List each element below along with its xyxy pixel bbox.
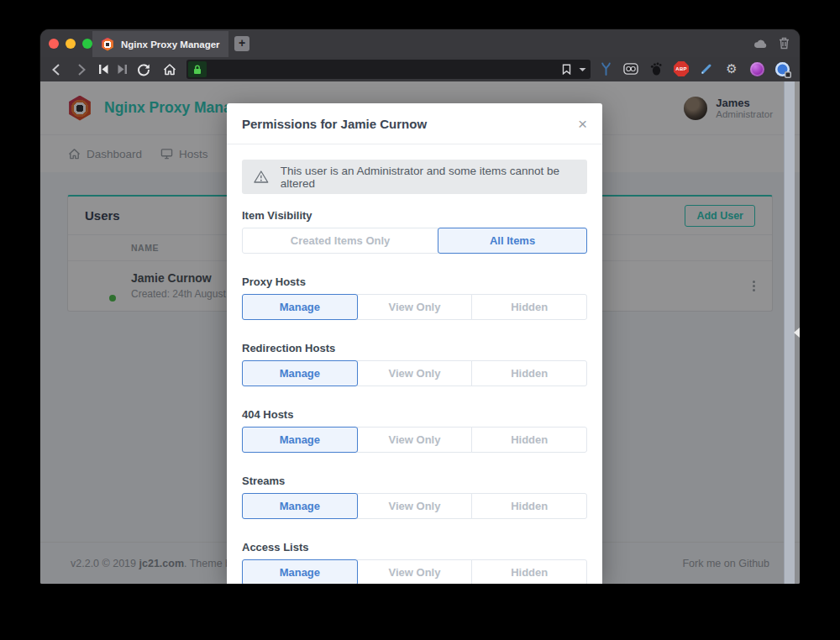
page-viewport: Nginx Proxy Manager James Administrator … [40, 81, 800, 584]
home-icon[interactable] [162, 62, 176, 76]
browser-tab-bar: Nginx Proxy Manager + [40, 29, 800, 57]
404-hosts-label: 404 Hosts [242, 407, 587, 422]
skip-forward-icon[interactable] [115, 62, 129, 76]
access-lists-manage-button[interactable]: Manage [242, 559, 358, 584]
reload-icon[interactable] [136, 62, 150, 76]
proxy-hosts-label: Proxy Hosts [242, 275, 587, 289]
admin-warning-text: This user is an Administrator and some i… [281, 165, 575, 190]
item-visibility-label: Item Visibility [242, 208, 587, 223]
containers-extension-icon[interactable] [623, 61, 638, 76]
password-manager-extension-icon[interactable] [774, 61, 790, 76]
streams-hidden-button[interactable]: Hidden [471, 493, 587, 519]
streams-label: Streams [242, 474, 587, 488]
browser-tab[interactable]: Nginx Proxy Manager [92, 31, 228, 57]
back-icon[interactable] [49, 62, 63, 76]
new-tab-button[interactable]: + [234, 36, 249, 51]
redirection-hosts-manage-button[interactable]: Manage [242, 360, 358, 386]
proxy-hosts-group: Proxy Hosts Manage View Only Hidden [242, 275, 587, 320]
redirection-hosts-group: Redirection Hosts Manage View Only Hidde… [242, 341, 587, 386]
404-hosts-group: 404 Hosts Manage View Only Hidden [242, 407, 587, 453]
fork-path-extension-icon[interactable] [598, 61, 613, 76]
redirection-hosts-hidden-button[interactable]: Hidden [471, 360, 587, 386]
minimize-window-button[interactable] [66, 39, 76, 49]
close-icon[interactable]: × [578, 116, 587, 132]
site-security-lock-icon[interactable] [188, 61, 207, 77]
trash-icon[interactable] [779, 37, 790, 50]
gnome-foot-extension-icon[interactable] [648, 61, 664, 76]
warning-triangle-icon [254, 170, 269, 184]
window-controls [49, 39, 92, 49]
browser-toolbar: ABP ⚙ [40, 57, 800, 81]
zoom-window-button[interactable] [82, 39, 92, 49]
streams-manage-button[interactable]: Manage [242, 493, 358, 519]
redirection-hosts-label: Redirection Hosts [242, 341, 587, 355]
bookmark-icon[interactable] [562, 64, 571, 75]
close-window-button[interactable] [49, 39, 59, 49]
extension-icons: ABP ⚙ [598, 61, 790, 76]
access-lists-hidden-button[interactable]: Hidden [471, 559, 587, 584]
streams-view-only-button[interactable]: View Only [357, 493, 473, 519]
access-lists-group: Access Lists Manage View Only Hidden [242, 540, 587, 584]
adblock-plus-icon[interactable]: ABP [674, 61, 689, 76]
visibility-all-items-button[interactable]: All Items [438, 228, 587, 254]
browser-window: Nginx Proxy Manager + [40, 29, 800, 584]
proxy-hosts-hidden-button[interactable]: Hidden [471, 294, 587, 320]
npm-favicon [101, 38, 114, 51]
proxy-hosts-view-only-button[interactable]: View Only [357, 294, 473, 320]
admin-warning-alert: This user is an Administrator and some i… [242, 160, 587, 194]
pen-extension-icon[interactable] [699, 61, 714, 76]
tab-title: Nginx Proxy Manager [121, 39, 220, 50]
item-visibility-group: Item Visibility Created Items Only All I… [242, 208, 587, 254]
visibility-created-items-only-button[interactable]: Created Items Only [242, 228, 438, 254]
streams-group: Streams Manage View Only Hidden [242, 474, 587, 519]
url-bar[interactable] [186, 60, 591, 79]
permissions-modal: Permissions for Jamie Curnow × This user… [227, 103, 602, 584]
skip-back-icon[interactable] [97, 62, 111, 76]
gear-extension-icon[interactable]: ⚙ [724, 61, 739, 76]
modal-title: Permissions for Jamie Curnow [242, 117, 427, 131]
redirection-hosts-view-only-button[interactable]: View Only [357, 360, 473, 386]
bookmark-dropdown-icon[interactable] [579, 67, 586, 72]
access-lists-view-only-button[interactable]: View Only [357, 559, 473, 584]
proxy-hosts-manage-button[interactable]: Manage [242, 294, 358, 320]
cloud-sync-icon[interactable] [753, 39, 768, 49]
scroll-edge-marker [794, 328, 800, 338]
404-hosts-view-only-button[interactable]: View Only [357, 427, 473, 453]
access-lists-label: Access Lists [242, 540, 587, 554]
404-hosts-hidden-button[interactable]: Hidden [471, 427, 587, 453]
forward-icon[interactable] [74, 62, 88, 76]
screenshot-stage: Nginx Proxy Manager + [0, 0, 840, 640]
purple-extension-icon[interactable] [749, 61, 764, 76]
404-hosts-manage-button[interactable]: Manage [242, 427, 358, 453]
